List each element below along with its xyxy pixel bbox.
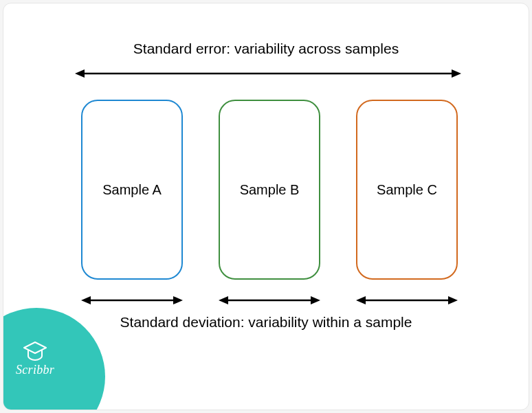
- svg-marker-7: [219, 296, 228, 304]
- standard-error-label: Standard error: variability across sampl…: [3, 41, 529, 57]
- svg-marker-8: [311, 296, 320, 304]
- double-arrow-sample-c: [356, 295, 458, 306]
- double-arrow-sample-a: [81, 295, 183, 306]
- sample-c-label: Sample C: [377, 182, 437, 198]
- double-arrow-sample-b: [219, 295, 320, 306]
- diagram-card: Standard error: variability across sampl…: [3, 3, 529, 410]
- sample-a-box: Sample A: [81, 100, 183, 280]
- double-arrow-top: [75, 68, 461, 79]
- diagram-canvas: Standard error: variability across sampl…: [3, 3, 529, 410]
- svg-marker-4: [81, 296, 91, 304]
- sample-b-box: Sample B: [219, 100, 320, 280]
- svg-marker-1: [75, 69, 85, 78]
- svg-marker-5: [173, 296, 183, 304]
- sample-a-label: Sample A: [102, 182, 162, 198]
- sample-b-label: Sample B: [240, 182, 300, 198]
- graduation-cap-icon: [23, 341, 47, 361]
- svg-marker-10: [356, 296, 366, 304]
- svg-marker-11: [448, 296, 458, 304]
- sample-c-box: Sample C: [356, 100, 458, 280]
- scribbr-name: Scribbr: [16, 363, 54, 377]
- scribbr-badge-inner: Scribbr: [16, 341, 54, 377]
- svg-marker-2: [452, 69, 461, 78]
